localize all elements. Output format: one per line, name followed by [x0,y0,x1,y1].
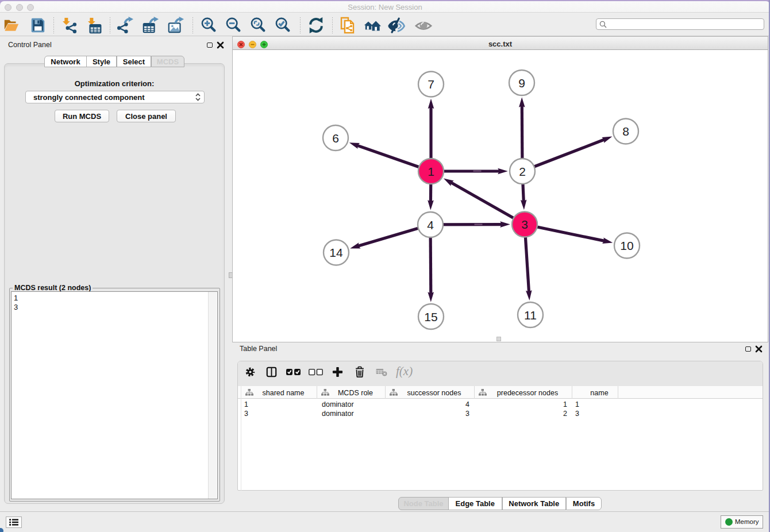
svg-text:2: 2 [519,165,526,178]
svg-text:15: 15 [424,310,437,323]
svg-text:8: 8 [622,125,629,138]
svg-text:10: 10 [620,239,633,252]
svg-text:14: 14 [329,246,343,259]
svg-text:6: 6 [332,132,339,145]
svg-text:3: 3 [521,218,528,231]
svg-text:7: 7 [428,78,434,91]
svg-text:9: 9 [518,76,525,90]
svg-text:4: 4 [427,218,434,232]
svg-text:1: 1 [428,165,434,178]
svg-text:11: 11 [524,309,537,322]
